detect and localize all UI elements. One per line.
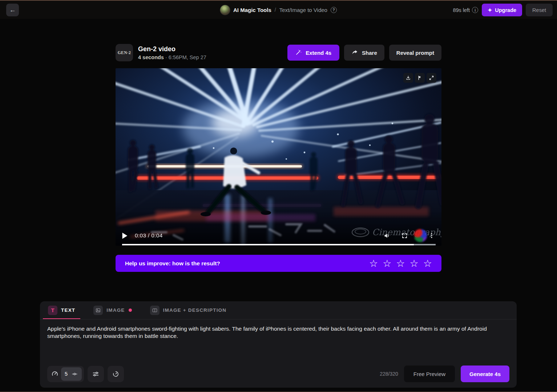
gauge-icon	[51, 370, 59, 378]
video-player[interactable]: Cinematography 0:03 / 0:04	[116, 68, 441, 246]
image-tab-label: IMAGE	[106, 307, 125, 313]
app-title[interactable]: AI Magic Tools	[233, 7, 271, 13]
top-bar: ← AI Magic Tools / Text/Image to Video ?…	[0, 1, 557, 19]
slider-icon	[71, 371, 78, 377]
generate-label: Generate 4s	[469, 371, 501, 377]
video-overlay-actions	[403, 73, 436, 83]
image-tab-icon	[93, 306, 103, 315]
sparkle-icon: ✦	[488, 7, 492, 13]
flag-icon	[417, 75, 423, 81]
text-tab-icon: T	[48, 306, 57, 315]
star-3-icon[interactable]: ☆	[396, 258, 405, 268]
composer-actions: 228/320 Free Preview Generate 4s	[380, 366, 509, 382]
video-time-display: 0:03 / 0:04	[135, 232, 163, 239]
time-left-label: 89s left	[453, 7, 470, 13]
advanced-settings-button[interactable]	[88, 366, 104, 382]
asset-subtitle: 4 seconds · 6:56PM, Sep 27	[138, 54, 206, 60]
tab-image-description[interactable]: IMAGE + DESCRIPTION	[149, 301, 227, 319]
topbar-actions: 89s left i ✦ Upgrade Reset	[453, 4, 553, 16]
fullscreen-icon[interactable]	[401, 232, 408, 239]
composer-panel: T TEXT IMAGE IMAGE +	[40, 301, 517, 388]
upgrade-button[interactable]: ✦ Upgrade	[482, 4, 522, 16]
sliders-icon	[92, 370, 100, 378]
volume-icon[interactable]	[383, 232, 391, 240]
image-tab-dot	[129, 309, 132, 312]
wand-icon	[295, 49, 302, 57]
image-description-tab-label: IMAGE + DESCRIPTION	[163, 307, 227, 313]
duration-button[interactable]	[108, 366, 124, 382]
asset-header: GEN-2 Gen-2 video 4 seconds · 6:56PM, Se…	[116, 44, 441, 62]
video-controls: 0:03 / 0:04	[116, 229, 441, 242]
video-controls-right	[383, 229, 435, 242]
composer-controls: 5 228/320	[47, 366, 509, 382]
image-description-tab-icon	[150, 306, 160, 315]
share-icon	[351, 49, 358, 57]
reveal-prompt-button[interactable]: Reveal prompt	[389, 45, 441, 61]
colorwheel-watermark	[414, 229, 427, 242]
motion-value-box[interactable]: 5	[61, 367, 82, 381]
page-title: Text/Image to Video	[279, 7, 327, 13]
share-button[interactable]: Share	[344, 45, 384, 61]
expand-button[interactable]	[427, 73, 436, 83]
breadcrumb-separator: /	[275, 7, 276, 13]
extend-label: Extend 4s	[306, 50, 331, 56]
overflow-menu-icon[interactable]	[428, 232, 435, 240]
star-1-icon[interactable]: ☆	[369, 258, 378, 268]
credits-remaining: 89s left i	[453, 7, 478, 13]
reveal-prompt-label: Reveal prompt	[396, 50, 434, 56]
star-rating: ☆ ☆ ☆ ☆ ☆	[369, 258, 432, 268]
motion-value: 5	[65, 371, 68, 377]
timer-icon	[112, 370, 120, 378]
tab-text[interactable]: T TEXT	[47, 301, 76, 319]
asset-actions: Extend 4s Share Reveal prompt	[287, 45, 441, 61]
upgrade-label: Upgrade	[495, 7, 516, 13]
extend-button[interactable]: Extend 4s	[287, 45, 339, 61]
motion-control[interactable]: 5	[47, 366, 84, 382]
expand-icon	[429, 75, 434, 81]
composer-tabs: T TEXT IMAGE IMAGE +	[40, 301, 517, 319]
feedback-bar: Help us improve: how is the result? ☆ ☆ …	[116, 255, 441, 272]
download-icon	[405, 75, 411, 81]
star-2-icon[interactable]: ☆	[383, 258, 391, 268]
tab-image[interactable]: IMAGE	[93, 301, 132, 319]
avatar[interactable]	[220, 5, 230, 15]
video-progress-bar[interactable]	[122, 244, 436, 245]
text-tab-label: TEXT	[61, 307, 75, 313]
video-progress-fill	[122, 244, 414, 245]
char-counter: 228/320	[380, 371, 398, 377]
download-button[interactable]	[403, 73, 413, 83]
info-icon[interactable]: i	[472, 7, 478, 13]
asset-title: Gen-2 video	[138, 45, 206, 53]
app-window: ← AI Magic Tools / Text/Image to Video ?…	[0, 0, 557, 392]
asset-duration: 4 seconds	[138, 54, 164, 60]
asset-info: Gen-2 video 4 seconds · 6:56PM, Sep 27	[138, 45, 206, 60]
reset-label: Reset	[532, 7, 546, 13]
gen2-badge: GEN-2	[116, 44, 133, 61]
flag-button[interactable]	[415, 73, 425, 83]
asset-timestamp: 6:56PM, Sep 27	[169, 54, 206, 60]
star-4-icon[interactable]: ☆	[410, 258, 419, 268]
help-icon[interactable]: ?	[331, 7, 337, 13]
free-preview-button[interactable]: Free Preview	[404, 366, 455, 382]
prompt-input[interactable]: Apple's iPhone and Android smartphones s…	[47, 325, 502, 340]
play-button[interactable]	[122, 233, 128, 239]
star-5-icon[interactable]: ☆	[423, 258, 432, 268]
reset-button[interactable]: Reset	[526, 4, 553, 16]
subtitle-dot: ·	[165, 54, 167, 60]
feedback-question: Help us improve: how is the result?	[125, 260, 220, 267]
free-preview-label: Free Preview	[413, 371, 445, 377]
generate-button[interactable]: Generate 4s	[461, 366, 509, 382]
share-label: Share	[362, 50, 377, 56]
